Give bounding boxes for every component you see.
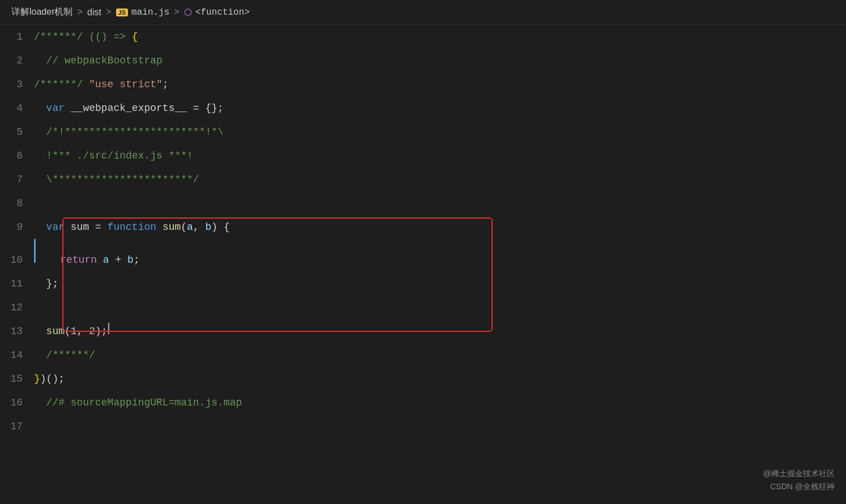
- line-number: 15: [0, 367, 34, 391]
- token: sum =: [65, 215, 108, 239]
- code-line: 16 //# sourceMappingURL=main.js.map: [0, 391, 846, 415]
- code-line: 8: [0, 191, 846, 215]
- token: var: [46, 215, 65, 239]
- breadcrumb-sep1: >: [77, 7, 83, 18]
- code-line: 15})();: [0, 367, 846, 391]
- token: [34, 215, 46, 239]
- token: a: [187, 215, 193, 239]
- token: )(): [40, 367, 58, 391]
- line-content: /******/: [34, 343, 95, 367]
- token: a: [103, 248, 109, 272]
- code-line: 4 var __webpack_exports__ = {};: [0, 96, 846, 120]
- token: ;: [217, 96, 224, 120]
- token: (: [65, 319, 71, 343]
- code-line: 7 \***********************/: [0, 168, 846, 191]
- token: var: [46, 96, 65, 120]
- line-content: /******/ "use strict";: [34, 72, 169, 96]
- line-number: 11: [0, 272, 34, 296]
- token: );: [95, 319, 108, 343]
- line-content: };: [34, 272, 58, 296]
- token: b: [206, 215, 212, 239]
- token: [156, 215, 163, 239]
- line-content: var __webpack_exports__ = {};: [34, 96, 224, 120]
- token: ;: [58, 367, 65, 391]
- breadcrumb-part2: dist: [87, 7, 101, 18]
- token: [97, 248, 103, 272]
- token: {: [132, 25, 138, 49]
- code-line: 14 /******/: [0, 343, 846, 367]
- line-number: 9: [0, 215, 34, 239]
- line-content: sum(1, 2);: [34, 319, 109, 343]
- breadcrumb-bar: 详解loader机制 > dist > JS main.js > ⬡ <func…: [0, 0, 846, 25]
- text-cursor: [108, 323, 109, 334]
- code-line: 10 return a + b;: [0, 239, 846, 272]
- token: \***********************/: [34, 168, 199, 191]
- watermark-line2: CSDN @全栈狂神: [763, 480, 835, 493]
- token: //# sourceMappingURL=main.js.map: [34, 391, 242, 415]
- line-number: 5: [0, 120, 34, 144]
- code-line: 12: [0, 296, 846, 319]
- token: ;: [134, 248, 140, 272]
- token: /******/: [34, 72, 89, 96]
- line-content: })();: [34, 367, 65, 391]
- line-number: 7: [0, 168, 34, 191]
- token: "use strict": [89, 72, 163, 96]
- token: b: [127, 248, 134, 272]
- line-content: /******/ (() => {: [34, 25, 138, 49]
- line-number: 14: [0, 343, 34, 367]
- line-number: 6: [0, 144, 34, 168]
- breadcrumb-sep3: >: [174, 7, 180, 18]
- line-content: var sum = function sum(a, b) {: [34, 215, 230, 239]
- code-line: 17: [0, 415, 846, 438]
- token: {}: [205, 96, 217, 120]
- breadcrumb-cube-icon: ⬡: [184, 7, 192, 18]
- token: [34, 96, 46, 120]
- line-number: 2: [0, 49, 34, 72]
- token: sum: [46, 319, 65, 343]
- line-number: 12: [0, 296, 34, 319]
- code-line: 13 sum(1, 2);: [0, 319, 846, 343]
- code-editor: 1/******/ (() => {2 // webpackBootstrap3…: [0, 25, 846, 504]
- line-content: return a + b;: [34, 239, 140, 272]
- token: 1: [71, 319, 77, 343]
- token: [36, 248, 60, 272]
- token: ,: [77, 319, 89, 343]
- breadcrumb-js-icon: JS: [116, 8, 128, 16]
- line-number: 8: [0, 191, 34, 215]
- token: };: [34, 272, 58, 296]
- line-content: !*** ./src/index.js ***!: [34, 144, 193, 168]
- breadcrumb-sep2: >: [106, 7, 112, 18]
- token: [34, 319, 46, 343]
- line-number: 1: [0, 25, 34, 49]
- line-content: /*!***********************!*\: [34, 120, 224, 144]
- line-number: 3: [0, 72, 34, 96]
- token: /******/: [34, 343, 95, 367]
- code-line: 2 // webpackBootstrap: [0, 49, 846, 72]
- code-line: 9 var sum = function sum(a, b) {: [0, 215, 846, 239]
- line-number: 10: [0, 248, 34, 272]
- token: ,: [193, 215, 206, 239]
- breadcrumb-file: main.js: [131, 7, 169, 18]
- token: __webpack_exports__ =: [65, 96, 205, 120]
- token: function: [108, 215, 156, 239]
- code-line: 5 /*!***********************!*\: [0, 120, 846, 144]
- code-line: 1/******/ (() => {: [0, 25, 846, 49]
- watermark-line1: @稀土掘金技术社区: [763, 467, 835, 480]
- code-line: 6 !*** ./src/index.js ***!: [0, 144, 846, 168]
- token: }: [34, 367, 40, 391]
- code-line: 3/******/ "use strict";: [0, 72, 846, 96]
- line-content: // webpackBootstrap: [34, 49, 163, 72]
- breadcrumb-function: <function>: [195, 7, 250, 18]
- code-line: 11 };: [0, 272, 846, 296]
- token: 2: [89, 319, 95, 343]
- line-number: 16: [0, 391, 34, 415]
- line-number: 13: [0, 319, 34, 343]
- token: return: [60, 248, 97, 272]
- line-number: 17: [0, 415, 34, 438]
- code-area: 1/******/ (() => {2 // webpackBootstrap3…: [0, 25, 846, 504]
- token: // webpackBootstrap: [34, 49, 163, 72]
- token: /*!***********************!*\: [34, 120, 224, 144]
- token: ) {: [211, 215, 229, 239]
- token: /******/ (() =>: [34, 25, 132, 49]
- token: sum: [163, 215, 181, 239]
